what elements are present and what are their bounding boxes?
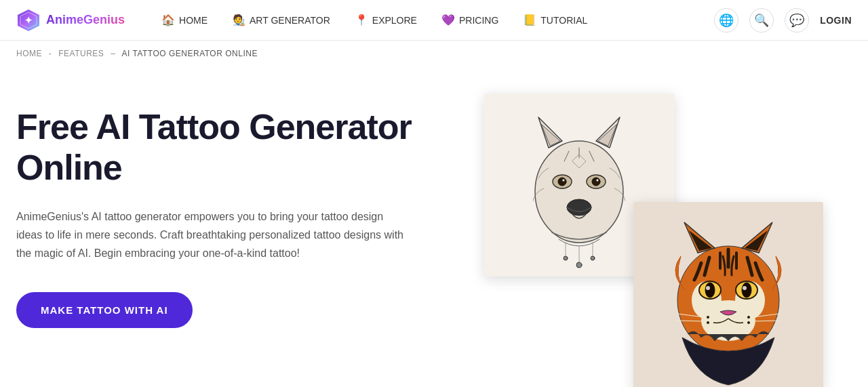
globe-icon: 🌐	[719, 13, 734, 28]
svg-point-21	[564, 256, 568, 260]
globe-button[interactable]: 🌐	[714, 8, 738, 33]
svg-point-41	[707, 316, 709, 319]
header: ✦ AnimeGenius 🏠 HOME 🧑‍🎨 ART GENERATOR 📍…	[0, 0, 868, 41]
tutorial-icon: 📒	[523, 14, 536, 26]
nav-tutorial-label: TUTORIAL	[540, 15, 587, 26]
discord-button[interactable]: 💬	[785, 8, 809, 33]
breadcrumb-sep1: -	[49, 49, 52, 58]
make-tattoo-button[interactable]: MAKE TATTOO WITH AI	[16, 292, 193, 328]
breadcrumb-current: AI TATTOO GENERATOR ONLINE	[122, 49, 258, 58]
svg-point-16	[562, 179, 565, 182]
svg-point-38	[742, 283, 751, 298]
hero-title: Free AI Tattoo Generator Online	[16, 107, 450, 188]
header-right: 🌐 🔍 💬 LOGIN	[714, 8, 852, 33]
nav-explore[interactable]: 📍 EXPLORE	[345, 9, 427, 30]
explore-icon: 📍	[355, 14, 368, 26]
svg-point-39	[706, 286, 710, 290]
nav-art-generator-label: ART GENERATOR	[250, 15, 330, 26]
login-button[interactable]: LOGIN	[820, 15, 852, 26]
logo[interactable]: ✦ AnimeGenius	[16, 8, 125, 33]
breadcrumb-home[interactable]: HOME	[16, 49, 42, 58]
logo-icon: ✦	[16, 8, 41, 33]
svg-point-43	[747, 316, 750, 319]
art-generator-icon: 🧑‍🎨	[232, 14, 245, 26]
breadcrumb-features[interactable]: FEATURES	[58, 49, 104, 58]
main-nav: 🏠 HOME 🧑‍🎨 ART GENERATOR 📍 EXPLORE 💜 PRI…	[152, 9, 714, 30]
breadcrumb-sep2: –	[111, 49, 115, 58]
svg-point-18	[567, 199, 591, 216]
svg-point-42	[707, 321, 709, 324]
nav-pricing-label: PRICING	[459, 15, 498, 26]
svg-point-17	[596, 179, 599, 182]
pricing-icon: 💜	[441, 14, 455, 26]
svg-point-37	[705, 283, 715, 298]
logo-text: AnimeGenius	[46, 13, 125, 27]
nav-explore-label: EXPLORE	[372, 15, 417, 26]
nav-art-generator[interactable]: 🧑‍🎨 ART GENERATOR	[222, 9, 340, 30]
svg-point-40	[743, 286, 747, 290]
svg-point-14	[558, 178, 566, 186]
svg-point-25	[591, 256, 595, 260]
svg-text:✦: ✦	[24, 15, 33, 26]
tiger-tattoo-svg	[633, 202, 823, 387]
svg-point-23	[576, 262, 582, 268]
tiger-tattoo-image	[633, 202, 823, 387]
search-button[interactable]: 🔍	[749, 8, 774, 33]
breadcrumb: HOME - FEATURES – AI TATTOO GENERATOR ON…	[0, 41, 868, 66]
svg-point-15	[592, 178, 600, 186]
tattoo-images	[450, 94, 830, 387]
search-icon: 🔍	[754, 13, 769, 28]
main-content: Free AI Tattoo Generator Online AnimeGen…	[0, 66, 868, 387]
svg-point-44	[747, 321, 750, 324]
nav-tutorial[interactable]: 📒 TUTORIAL	[513, 9, 597, 30]
nav-home[interactable]: 🏠 HOME	[152, 9, 217, 30]
hero-description: AnimeGenius's AI tattoo generator empowe…	[16, 207, 410, 263]
nav-pricing[interactable]: 💜 PRICING	[432, 9, 508, 30]
nav-home-label: HOME	[179, 15, 208, 26]
content-left: Free AI Tattoo Generator Online AnimeGen…	[16, 94, 450, 328]
discord-icon: 💬	[789, 13, 804, 28]
home-icon: 🏠	[161, 14, 175, 26]
